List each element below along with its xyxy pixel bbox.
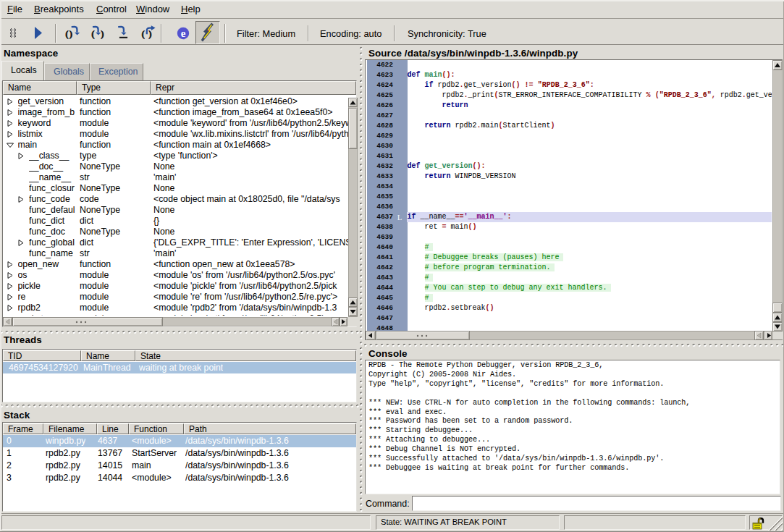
svg-text:): ) [69, 28, 72, 39]
svg-text:e: e [181, 28, 186, 39]
svg-text:): ) [101, 28, 104, 39]
svg-text:(: ( [142, 28, 145, 39]
svg-text:(: ( [65, 28, 68, 39]
svg-text:(: ( [91, 28, 94, 39]
